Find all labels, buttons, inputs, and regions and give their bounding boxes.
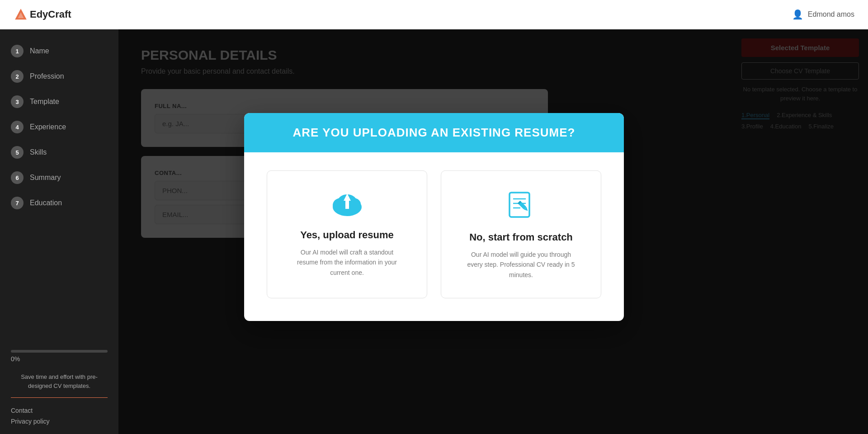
- sidebar-label-profession: Profession: [30, 72, 64, 80]
- modal-title: ARE YOU UPLOADING AN EXISTING RESUME?: [262, 126, 606, 140]
- step-4: 4: [11, 121, 24, 133]
- logo-icon: [14, 7, 28, 22]
- step-3: 3: [11, 95, 24, 108]
- step-2: 2: [11, 70, 24, 83]
- scratch-card-desc: Our AI model will guide you through ever…: [467, 250, 576, 280]
- step-5: 5: [11, 146, 24, 159]
- sidebar-label-template: Template: [30, 98, 59, 106]
- header: EdyCraft 👤 Edmond amos: [0, 0, 868, 29]
- upload-resume-modal: ARE YOU UPLOADING AN EXISTING RESUME? Ye…: [244, 113, 624, 321]
- sidebar-item-profession[interactable]: 2 Profession: [0, 64, 118, 89]
- edit-document-icon: [503, 189, 539, 222]
- user-info: 👤 Edmond amos: [792, 9, 854, 20]
- sidebar-promo: Save time and effort with pre-designed C…: [0, 365, 118, 397]
- upload-resume-card[interactable]: Yes, upload resume Our AI model will cra…: [267, 170, 427, 298]
- step-6: 6: [11, 171, 24, 184]
- footer-privacy-link[interactable]: Privacy policy: [11, 418, 108, 425]
- sidebar-item-name[interactable]: 1 Name: [0, 38, 118, 64]
- sidebar-nav: 1 Name 2 Profession 3 Template 4 Experie…: [0, 29, 118, 345]
- modal-header: ARE YOU UPLOADING AN EXISTING RESUME?: [244, 113, 624, 152]
- sidebar-label-experience: Experience: [30, 123, 66, 131]
- sidebar-label-summary: Summary: [30, 174, 61, 182]
- sidebar-item-skills[interactable]: 5 Skills: [0, 140, 118, 165]
- sidebar-item-experience[interactable]: 4 Experience: [0, 114, 118, 140]
- scratch-card-title: No, start from scratch: [469, 231, 573, 243]
- scratch-card[interactable]: No, start from scratch Our AI model will…: [441, 170, 601, 298]
- footer-contact-link[interactable]: Contact: [11, 407, 108, 414]
- sidebar-item-summary[interactable]: 6 Summary: [0, 165, 118, 190]
- logo-text: EdyCraft: [30, 9, 71, 20]
- step-1: 1: [11, 45, 24, 57]
- upload-cloud-icon: [329, 189, 365, 220]
- sidebar-item-template[interactable]: 3 Template: [0, 89, 118, 114]
- progress-area: 0%: [0, 345, 118, 365]
- logo[interactable]: EdyCraft: [14, 7, 71, 22]
- progress-text: 0%: [11, 355, 108, 363]
- sidebar-item-education[interactable]: 7 Education: [0, 190, 118, 216]
- sidebar: 1 Name 2 Profession 3 Template 4 Experie…: [0, 29, 118, 434]
- sidebar-footer: Contact Privacy policy: [0, 398, 118, 434]
- sidebar-label-name: Name: [30, 47, 49, 55]
- modal-body: Yes, upload resume Our AI model will cra…: [244, 152, 624, 321]
- user-avatar-icon: 👤: [792, 9, 803, 20]
- upload-card-title: Yes, upload resume: [300, 229, 394, 241]
- sidebar-label-skills: Skills: [30, 148, 47, 156]
- user-name: Edmond amos: [808, 10, 854, 19]
- progress-bar-bg: [11, 350, 108, 353]
- upload-card-desc: Our AI model will craft a standout resum…: [293, 247, 401, 278]
- step-7: 7: [11, 197, 24, 209]
- sidebar-label-education: Education: [30, 199, 62, 207]
